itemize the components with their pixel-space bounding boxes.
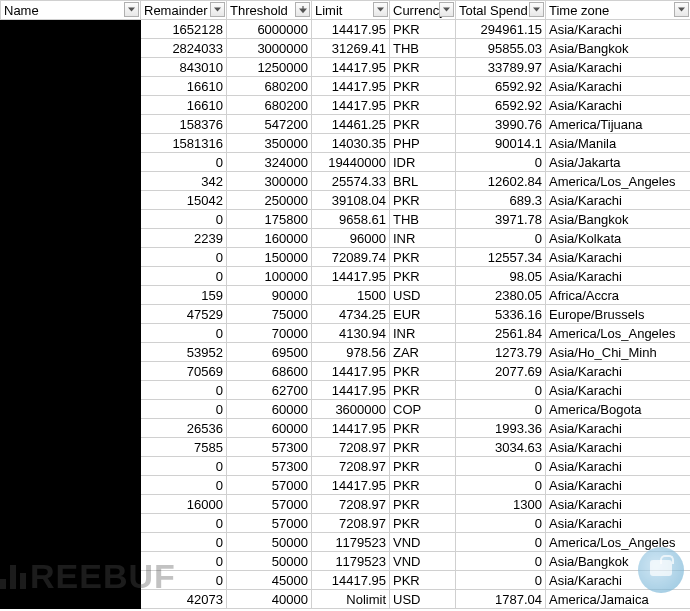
filter-dropdown-icon[interactable] [439, 2, 454, 17]
cell-threshold: 57300 [227, 457, 312, 476]
column-header-currency[interactable]: Currency [390, 1, 456, 20]
cell-totalspend: 2561.84 [456, 324, 546, 343]
table-row[interactable]: 015000072089.74PKR12557.34Asia/Karachi [1, 248, 691, 267]
cell-name [1, 210, 141, 229]
cell-threshold: 150000 [227, 248, 312, 267]
cell-name [1, 419, 141, 438]
table-row[interactable]: 1661068020014417.95PKR6592.92Asia/Karach… [1, 77, 691, 96]
column-header-limit[interactable]: Limit [312, 1, 390, 20]
table-row[interactable]: 032400019440000IDR0Asia/Jakarta [1, 153, 691, 172]
cell-currency: PKR [390, 115, 456, 134]
table-row[interactable]: 2824033300000031269.41THB95855.03Asia/Ba… [1, 39, 691, 58]
table-row[interactable]: 1661068020014417.95PKR6592.92Asia/Karach… [1, 96, 691, 115]
cell-limit: 14417.95 [312, 77, 390, 96]
table-row[interactable]: 705696860014417.95PKR2077.69Asia/Karachi [1, 362, 691, 381]
cell-remainder: 342 [141, 172, 227, 191]
sort-desc-icon[interactable] [295, 2, 310, 17]
cell-currency: PKR [390, 20, 456, 39]
cell-remainder: 0 [141, 552, 227, 571]
table-row[interactable]: 15837654720014461.25PKR3990.76America/Ti… [1, 115, 691, 134]
cell-remainder: 0 [141, 153, 227, 172]
table-row[interactable]: 5395269500978.56ZAR1273.79Asia/Ho_Chi_Mi… [1, 343, 691, 362]
table-row[interactable]: 0500001179523VND0Asia/Bangkok [1, 552, 691, 571]
table-row[interactable]: 1504225000039108.04PKR689.3Asia/Karachi [1, 191, 691, 210]
table-row[interactable]: 223916000096000INR0Asia/Kolkata [1, 229, 691, 248]
column-header-totalspend[interactable]: Total Spend [456, 1, 546, 20]
cell-currency: PKR [390, 58, 456, 77]
table-row[interactable]: 265366000014417.95PKR1993.36Asia/Karachi [1, 419, 691, 438]
svg-marker-5 [443, 7, 450, 11]
filter-dropdown-icon[interactable] [210, 2, 225, 17]
cell-threshold: 6000000 [227, 20, 312, 39]
table-row[interactable]: 0600003600000COP0America/Bogota [1, 400, 691, 419]
cell-totalspend: 294961.15 [456, 20, 546, 39]
cell-name [1, 115, 141, 134]
cell-threshold: 680200 [227, 96, 312, 115]
table-row[interactable]: 0500001179523VND0America/Los_Angeles [1, 533, 691, 552]
cell-limit: 4734.25 [312, 305, 390, 324]
cell-name [1, 590, 141, 609]
cell-remainder: 47529 [141, 305, 227, 324]
cell-timezone: Asia/Bangkok [546, 210, 691, 229]
table-row[interactable]: 843010125000014417.95PKR33789.97Asia/Kar… [1, 58, 691, 77]
cell-currency: PKR [390, 96, 456, 115]
svg-marker-7 [678, 7, 685, 11]
table-row[interactable]: 04500014417.95PKR0Asia/Karachi [1, 571, 691, 590]
cell-threshold: 1250000 [227, 58, 312, 77]
table-row[interactable]: 0700004130.94INR2561.84America/Los_Angel… [1, 324, 691, 343]
cell-threshold: 40000 [227, 590, 312, 609]
cell-currency: PKR [390, 476, 456, 495]
cell-limit: 4130.94 [312, 324, 390, 343]
cell-threshold: 69500 [227, 343, 312, 362]
cell-timezone: Asia/Ho_Chi_Minh [546, 343, 691, 362]
table-row[interactable]: 158131635000014030.35PHP90014.1Asia/Mani… [1, 134, 691, 153]
cell-limit: 1179523 [312, 533, 390, 552]
filter-dropdown-icon[interactable] [124, 2, 139, 17]
table-row[interactable]: 16000570007208.97PKR1300Asia/Karachi [1, 495, 691, 514]
cell-remainder: 0 [141, 210, 227, 229]
table-row[interactable]: 01758009658.61THB3971.78Asia/Bangkok [1, 210, 691, 229]
column-header-threshold[interactable]: Threshold [227, 1, 312, 20]
cell-totalspend: 5336.16 [456, 305, 546, 324]
cell-threshold: 175800 [227, 210, 312, 229]
cell-currency: PKR [390, 267, 456, 286]
table-row[interactable]: 0570007208.97PKR0Asia/Karachi [1, 514, 691, 533]
cell-name [1, 305, 141, 324]
cell-limit: 19440000 [312, 153, 390, 172]
filter-dropdown-icon[interactable] [674, 2, 689, 17]
cell-name [1, 191, 141, 210]
cell-timezone: Asia/Karachi [546, 77, 691, 96]
table-row[interactable]: 1652128600000014417.95PKR294961.15Asia/K… [1, 20, 691, 39]
cell-currency: INR [390, 229, 456, 248]
column-header-timezone[interactable]: Time zone [546, 1, 691, 20]
cell-name [1, 400, 141, 419]
table-row[interactable]: 4207340000NolimitUSD1787.04America/Jamai… [1, 590, 691, 609]
table-row[interactable]: 34230000025574.33BRL12602.84America/Los_… [1, 172, 691, 191]
filter-dropdown-icon[interactable] [529, 2, 544, 17]
cell-threshold: 680200 [227, 77, 312, 96]
cell-name [1, 324, 141, 343]
cell-name [1, 96, 141, 115]
table-row[interactable]: 05700014417.95PKR0Asia/Karachi [1, 476, 691, 495]
cell-remainder: 159 [141, 286, 227, 305]
cell-remainder: 7585 [141, 438, 227, 457]
table-row[interactable]: 7585573007208.97PKR3034.63Asia/Karachi [1, 438, 691, 457]
column-header-remainder[interactable]: Remainder [141, 1, 227, 20]
filter-dropdown-icon[interactable] [373, 2, 388, 17]
cell-timezone: America/Bogota [546, 400, 691, 419]
cell-remainder: 70569 [141, 362, 227, 381]
cell-limit: 14417.95 [312, 362, 390, 381]
table-row[interactable]: 0573007208.97PKR0Asia/Karachi [1, 457, 691, 476]
cell-timezone: Asia/Karachi [546, 191, 691, 210]
column-header-name[interactable]: Name [1, 1, 141, 20]
cell-remainder: 0 [141, 400, 227, 419]
svg-marker-0 [128, 7, 135, 11]
table-row[interactable]: 47529750004734.25EUR5336.16Europe/Brusse… [1, 305, 691, 324]
table-row[interactable]: 010000014417.95PKR98.05Asia/Karachi [1, 267, 691, 286]
table-row[interactable]: 159900001500USD2380.05Africa/Accra [1, 286, 691, 305]
cell-currency: PKR [390, 438, 456, 457]
cell-timezone: Asia/Karachi [546, 362, 691, 381]
table-row[interactable]: 06270014417.95PKR0Asia/Karachi [1, 381, 691, 400]
cell-limit: 39108.04 [312, 191, 390, 210]
cell-totalspend: 3034.63 [456, 438, 546, 457]
